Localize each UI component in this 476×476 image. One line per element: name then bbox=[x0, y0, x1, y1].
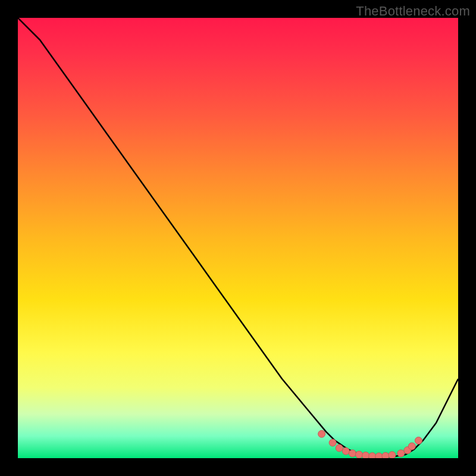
curve-line bbox=[18, 18, 458, 458]
svg-point-10 bbox=[389, 452, 396, 458]
chart-plot-svg bbox=[18, 18, 458, 458]
svg-point-7 bbox=[369, 453, 376, 458]
svg-point-14 bbox=[415, 437, 422, 444]
chart-container bbox=[18, 18, 458, 458]
svg-point-1 bbox=[329, 439, 336, 446]
svg-point-9 bbox=[382, 452, 389, 458]
watermark-text: TheBottleneck.com bbox=[356, 4, 470, 19]
svg-point-11 bbox=[397, 450, 405, 457]
svg-point-6 bbox=[362, 452, 369, 458]
svg-point-8 bbox=[375, 453, 383, 458]
svg-point-3 bbox=[342, 447, 349, 455]
svg-point-4 bbox=[349, 450, 356, 457]
svg-point-13 bbox=[408, 443, 415, 450]
svg-point-2 bbox=[336, 444, 343, 452]
svg-point-0 bbox=[318, 430, 325, 437]
svg-point-5 bbox=[356, 451, 363, 458]
